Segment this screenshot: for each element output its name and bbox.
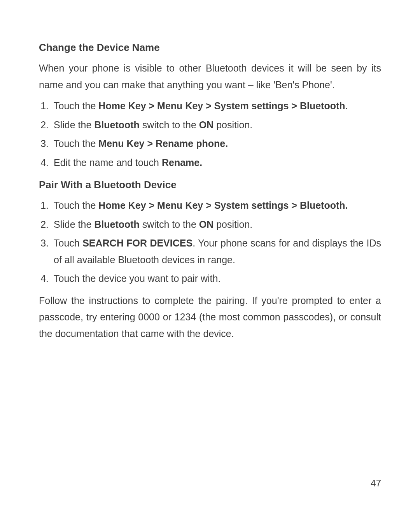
section1-heading: Change the Device Name: [39, 39, 381, 56]
bold-text: Menu Key > Rename phone.: [98, 138, 228, 149]
text: switch to the: [140, 219, 199, 230]
text: Edit the name and touch: [54, 157, 162, 168]
manual-page: Change the Device Name When your phone i…: [0, 0, 420, 507]
text: position.: [214, 219, 252, 230]
bold-text: Bluetooth: [94, 219, 140, 230]
bold-text: Home Key > Menu Key > System settings > …: [98, 100, 348, 111]
section1-step1: Touch the Home Key > Menu Key > System s…: [51, 98, 381, 114]
section2-heading: Pair With a Bluetooth Device: [39, 176, 381, 193]
bold-text: Home Key > Menu Key > System settings > …: [98, 200, 348, 211]
section1-steps: Touch the Home Key > Menu Key > System s…: [39, 98, 381, 171]
bold-text: Rename.: [162, 157, 202, 168]
text: Touch the: [54, 138, 98, 149]
bold-text: Bluetooth: [94, 119, 140, 130]
section1-step2: Slide the Bluetooth switch to the ON pos…: [51, 117, 381, 133]
section2-step1: Touch the Home Key > Menu Key > System s…: [51, 197, 381, 214]
section1-step3: Touch the Menu Key > Rename phone.: [51, 135, 381, 152]
section2-step3: Touch SEARCH FOR DEVICES. Your phone sca…: [51, 235, 381, 268]
text: Slide the: [54, 119, 94, 130]
text: Touch the: [54, 200, 98, 211]
text: Touch: [54, 238, 82, 248]
text: Touch the: [54, 100, 98, 111]
section2-step2: Slide the Bluetooth switch to the ON pos…: [51, 216, 381, 233]
text: Slide the: [54, 219, 94, 230]
page-number: 47: [371, 476, 381, 491]
bold-text: ON: [199, 219, 214, 230]
text: switch to the: [140, 119, 199, 130]
text: position.: [214, 119, 252, 130]
bold-text: SEARCH FOR DEVICES: [82, 238, 192, 248]
section2-outro: Follow the instructions to complete the …: [39, 292, 381, 342]
section2-step4: Touch the device you want to pair with.: [51, 270, 381, 287]
section1-step4: Edit the name and touch Rename.: [51, 154, 381, 171]
section2-steps: Touch the Home Key > Menu Key > System s…: [39, 197, 381, 287]
bold-text: ON: [199, 119, 214, 130]
section1-intro: When your phone is visible to other Blue…: [39, 60, 381, 93]
